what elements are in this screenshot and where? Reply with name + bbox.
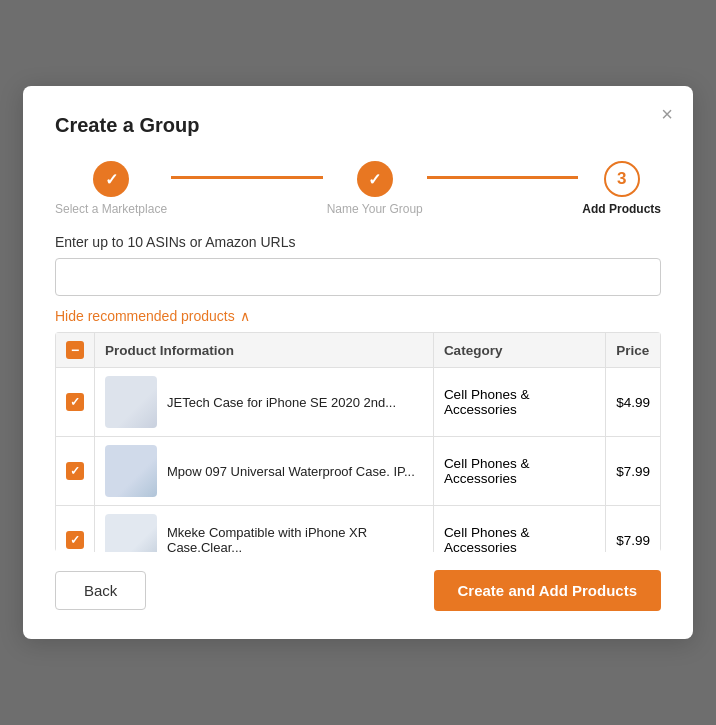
select-all-checkbox[interactable]: [66, 341, 84, 359]
row-2-checkbox[interactable]: [66, 462, 84, 480]
modal-footer: Back Create and Add Products: [55, 570, 661, 611]
row-3-checkbox-cell: [56, 506, 95, 553]
col-header-price: Price: [606, 333, 661, 368]
row-3-product-cell: Mkeke Compatible with iPhone XR Case.Cle…: [95, 506, 434, 553]
step-1-circle: ✓: [93, 161, 129, 197]
row-1-product-cell: JETech Case for iPhone SE 2020 2nd...: [95, 368, 434, 437]
row-1-category: Cell Phones & Accessories: [433, 368, 605, 437]
row-2-product-info: Mpow 097 Universal Waterproof Case. IP..…: [105, 445, 423, 497]
row-1-price: $4.99: [606, 368, 661, 437]
asin-input[interactable]: [55, 258, 661, 296]
row-2-price: $7.99: [606, 437, 661, 506]
step-1-label: Select a Marketplace: [55, 202, 167, 216]
row-3-product-image: [105, 514, 157, 552]
row-2-product-name: Mpow 097 Universal Waterproof Case. IP..…: [167, 464, 415, 479]
row-1-product-info: JETech Case for iPhone SE 2020 2nd...: [105, 376, 423, 428]
step-3-label: Add Products: [582, 202, 661, 216]
toggle-recommended-button[interactable]: Hide recommended products ∧: [55, 308, 250, 324]
back-button[interactable]: Back: [55, 571, 146, 610]
step-line-1: [171, 176, 323, 179]
step-3-circle: 3: [604, 161, 640, 197]
chevron-up-icon: ∧: [240, 308, 250, 324]
row-2-checkbox-cell: [56, 437, 95, 506]
modal-overlay: Create a Group × ✓ Select a Marketplace …: [0, 0, 716, 725]
row-3-price: $7.99: [606, 506, 661, 553]
col-header-checkbox: [56, 333, 95, 368]
table-row: Mkeke Compatible with iPhone XR Case.Cle…: [56, 506, 661, 553]
step-2: ✓ Name Your Group: [327, 161, 423, 216]
stepper: ✓ Select a Marketplace ✓ Name Your Group…: [55, 161, 661, 216]
step-2-label: Name Your Group: [327, 202, 423, 216]
row-2-product-cell: Mpow 097 Universal Waterproof Case. IP..…: [95, 437, 434, 506]
row-1-checkbox[interactable]: [66, 393, 84, 411]
step-line-2: [427, 176, 579, 179]
step-1: ✓ Select a Marketplace: [55, 161, 167, 216]
col-header-product: Product Information: [95, 333, 434, 368]
product-table-wrapper: Product Information Category Price: [55, 332, 661, 552]
create-and-add-products-button[interactable]: Create and Add Products: [434, 570, 661, 611]
toggle-label: Hide recommended products: [55, 308, 235, 324]
modal-dialog: Create a Group × ✓ Select a Marketplace …: [23, 86, 693, 639]
step-2-circle: ✓: [357, 161, 393, 197]
row-1-checkbox-cell: [56, 368, 95, 437]
row-3-product-name: Mkeke Compatible with iPhone XR Case.Cle…: [167, 525, 423, 552]
asin-input-label: Enter up to 10 ASINs or Amazon URLs: [55, 234, 661, 250]
modal-title: Create a Group: [55, 114, 661, 137]
close-button[interactable]: ×: [661, 104, 673, 124]
table-row: JETech Case for iPhone SE 2020 2nd... Ce…: [56, 368, 661, 437]
row-3-checkbox[interactable]: [66, 531, 84, 549]
col-header-category: Category: [433, 333, 605, 368]
row-3-category: Cell Phones & Accessories: [433, 506, 605, 553]
row-3-product-info: Mkeke Compatible with iPhone XR Case.Cle…: [105, 514, 423, 552]
table-row: Mpow 097 Universal Waterproof Case. IP..…: [56, 437, 661, 506]
row-1-product-name: JETech Case for iPhone SE 2020 2nd...: [167, 395, 396, 410]
row-1-product-image: [105, 376, 157, 428]
step-3: 3 Add Products: [582, 161, 661, 216]
product-table: Product Information Category Price: [55, 332, 661, 552]
row-2-product-image: [105, 445, 157, 497]
row-2-category: Cell Phones & Accessories: [433, 437, 605, 506]
